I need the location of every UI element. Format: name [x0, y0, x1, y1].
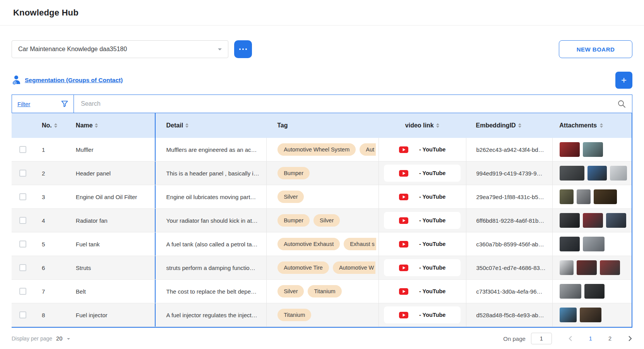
board-more-actions-button[interactable]	[234, 40, 252, 58]
cell-detail: A fuel injector regulates the inject…	[156, 312, 267, 318]
sort-icon	[95, 123, 98, 128]
cell-tags: Titanium	[266, 303, 379, 327]
add-record-button[interactable]: +	[615, 72, 632, 89]
row-checkbox[interactable]	[19, 170, 26, 177]
sort-icon	[185, 123, 188, 128]
cell-detail: struts perform a damping functio…	[156, 265, 267, 271]
youtube-link[interactable]: - YouTube	[384, 165, 461, 182]
youtube-link[interactable]: - YouTube	[399, 194, 445, 200]
youtube-icon	[399, 288, 408, 295]
sort-icon	[600, 123, 603, 128]
column-header-detail[interactable]: Detail	[156, 122, 267, 129]
youtube-link-label: - YouTube	[419, 194, 445, 200]
filter-control[interactable]: Filter	[12, 95, 74, 113]
row-checkbox[interactable]	[19, 288, 26, 295]
pagination-controls: On page 12	[503, 333, 632, 344]
cell-video-link: - YouTube	[379, 232, 466, 256]
attachment-thumbnail[interactable]	[610, 166, 627, 181]
attachment-thumbnail[interactable]	[577, 260, 597, 275]
youtube-link[interactable]: - YouTube	[384, 259, 461, 276]
next-page-button[interactable]	[628, 335, 632, 342]
youtube-icon	[399, 265, 408, 271]
attachment-thumbnail[interactable]	[560, 142, 580, 157]
column-header-video[interactable]: video link	[379, 113, 466, 138]
board-select-value: Car Maintenance Knowledge daa35180	[18, 46, 127, 53]
attachment-thumbnail[interactable]	[560, 284, 581, 299]
cell-attachments	[552, 138, 632, 161]
attachment-thumbnail[interactable]	[594, 189, 617, 204]
previous-page-button[interactable]	[568, 335, 573, 342]
attachment-thumbnail[interactable]	[560, 260, 574, 275]
tag-pill: Silver	[313, 214, 340, 227]
attachment-thumbnail[interactable]	[606, 213, 626, 228]
youtube-link[interactable]: - YouTube	[399, 288, 445, 295]
page-number-2[interactable]: 2	[608, 335, 611, 342]
attachment-thumbnail[interactable]	[560, 189, 574, 204]
youtube-link[interactable]: - YouTube	[399, 146, 445, 153]
display-per-page-caret-icon[interactable]	[67, 338, 70, 341]
column-header-attach[interactable]: Attachments	[552, 122, 632, 129]
filter-link[interactable]: Filter	[17, 101, 30, 107]
board-select-dropdown[interactable]: Car Maintenance Knowledge daa35180	[12, 40, 228, 58]
attachment-thumbnail[interactable]	[600, 260, 620, 275]
row-checkbox[interactable]	[19, 193, 26, 200]
row-checkbox[interactable]	[19, 311, 26, 318]
attachment-thumbnail[interactable]	[580, 308, 601, 322]
cell-no: 7	[34, 288, 65, 295]
attachment-thumbnail[interactable]	[560, 213, 580, 228]
page-number-1[interactable]: 1	[589, 335, 592, 342]
row-checkbox[interactable]	[19, 217, 26, 224]
display-per-page-label: Display per page	[12, 335, 52, 342]
row-checkbox[interactable]	[19, 264, 26, 271]
row-checkbox[interactable]	[19, 241, 26, 248]
on-page-input[interactable]	[531, 333, 552, 344]
sort-icon	[54, 123, 57, 128]
cell-no: 3	[34, 194, 65, 200]
cell-embedding-id: d528ad48-f5c8-4e93-ab…	[466, 303, 553, 327]
cell-embedding-id: b262ec43-a942-43f4-bd…	[466, 138, 553, 161]
attachment-thumbnail[interactable]	[587, 166, 607, 181]
tag-pill: Silver	[277, 285, 304, 297]
cell-video-link: - YouTube	[379, 280, 466, 303]
cell-detail: The cost to replace the belt depe…	[156, 288, 267, 295]
youtube-link[interactable]: - YouTube	[399, 241, 445, 248]
table-row: 2Header panelThis is a header panel , ba…	[12, 162, 632, 185]
tag-pill: Bumper	[277, 214, 310, 227]
tag-pill: Exhaust s	[344, 238, 376, 250]
cell-name: Belt	[65, 280, 156, 303]
display-per-page-value[interactable]: 20	[56, 335, 62, 342]
column-header-name[interactable]: Name	[65, 113, 156, 138]
attachment-thumbnail[interactable]	[560, 308, 577, 322]
search-icon[interactable]	[617, 100, 626, 108]
knowledge-table: No.NameDetailTagvideo linkEmbeddingIDAtt…	[12, 113, 632, 328]
new-board-button[interactable]: NEW BOARD	[559, 40, 632, 58]
attachment-thumbnail[interactable]	[583, 237, 605, 251]
attachment-thumbnail[interactable]	[577, 189, 591, 204]
row-checkbox-cell	[12, 264, 34, 271]
attachment-thumbnail[interactable]	[583, 213, 603, 228]
cell-attachments	[552, 162, 632, 185]
cell-name: Radiator fan	[65, 209, 156, 232]
table-row: 8Fuel injectorA fuel injector regulates …	[12, 303, 632, 327]
cell-detail: This is a header panel , basically i…	[156, 170, 267, 177]
cell-video-link: - YouTube	[379, 256, 466, 279]
column-header-label: Attachments	[559, 122, 597, 129]
youtube-link[interactable]: - YouTube	[384, 212, 461, 229]
row-checkbox[interactable]	[19, 146, 26, 153]
search-input[interactable]	[74, 95, 617, 113]
cell-tags: Bumper	[266, 162, 379, 185]
plus-icon: +	[621, 76, 627, 85]
attachment-thumbnail[interactable]	[560, 237, 580, 251]
column-header-no[interactable]: No.	[34, 122, 65, 129]
table-footer: Display per page 20 On page 12	[12, 328, 632, 349]
attachment-thumbnail[interactable]	[583, 142, 603, 157]
column-header-embed[interactable]: EmbeddingID	[466, 122, 553, 129]
attachment-thumbnail[interactable]	[560, 166, 584, 181]
attachment-thumbnail[interactable]	[584, 284, 605, 299]
youtube-link[interactable]: - YouTube	[384, 306, 461, 323]
filter-search-bar: Filter	[12, 95, 632, 113]
segmentation-link[interactable]: Segmentation (Groups of Contact)	[25, 77, 123, 84]
row-checkbox-cell	[12, 217, 34, 224]
knowledge-hub-app: Knowledge Hub Car Maintenance Knowledge …	[0, 0, 644, 349]
column-header-label: Name	[76, 122, 93, 129]
